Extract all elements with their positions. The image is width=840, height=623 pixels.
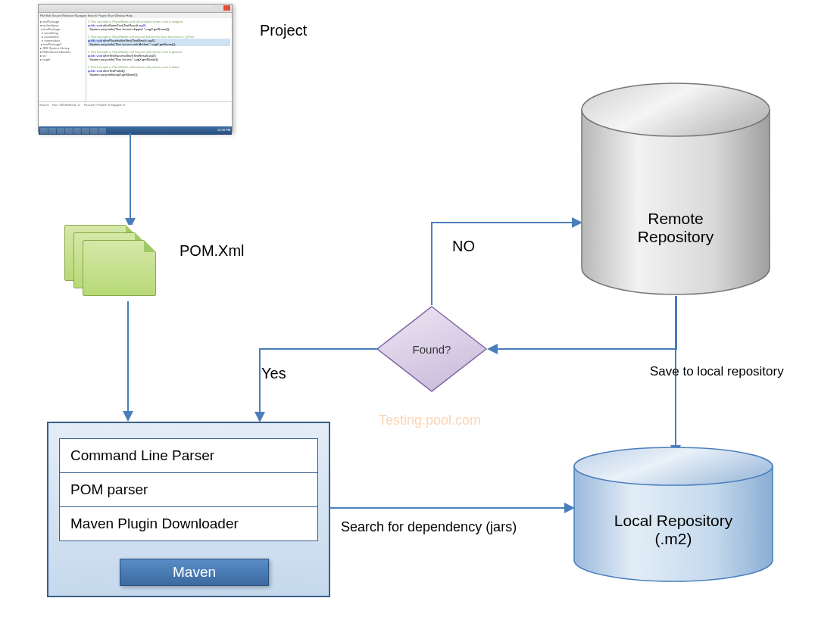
ide-screenshot: File Edit Source Refactor Navigate Searc… (38, 4, 233, 132)
arrow-pom-to-maven (127, 301, 129, 411)
watermark: Testing.pool.com (379, 413, 481, 428)
arrow-yes-vert (259, 348, 261, 412)
no-label: NO (452, 238, 475, 255)
search-label: Search for dependency (jars) (341, 519, 517, 535)
arrow-ide-to-pom (130, 133, 131, 218)
maven-item-pom: POM parser (60, 473, 317, 507)
decision-found: Found? (376, 305, 488, 393)
arrow-search-dep (329, 507, 564, 509)
arrow-remote-to-diamond-h (498, 348, 677, 350)
maven-item-plugin: Maven Plugin Downloader (60, 507, 317, 540)
remote-repository: Remote Repository (579, 81, 772, 297)
save-label: Save to local repository (650, 364, 784, 379)
svg-point-2 (574, 447, 773, 485)
local-repo-label: Local Repository (.m2) (572, 512, 775, 548)
maven-item-cli: Command Line Parser (60, 439, 317, 473)
maven-box: Command Line Parser POM parser Maven Plu… (47, 422, 330, 597)
arrow-no-vert (431, 222, 432, 305)
pom-label: POM.Xml (180, 242, 245, 260)
project-label: Project (260, 22, 307, 39)
arrow-yes-horiz (259, 348, 379, 350)
pom-file-stack (64, 225, 167, 304)
maven-list: Command Line Parser POM parser Maven Plu… (59, 438, 318, 541)
remote-repo-label: Remote Repository (628, 210, 724, 246)
found-label: Found? (413, 343, 451, 356)
ide-menubar: File Edit Source Refactor Navigate Searc… (39, 13, 232, 18)
maven-badge: Maven (120, 559, 269, 586)
svg-point-0 (582, 83, 770, 136)
local-repository: Local Repository (.m2) (572, 445, 775, 584)
yes-label: Yes (261, 365, 286, 382)
arrow-no-horiz (431, 222, 572, 223)
